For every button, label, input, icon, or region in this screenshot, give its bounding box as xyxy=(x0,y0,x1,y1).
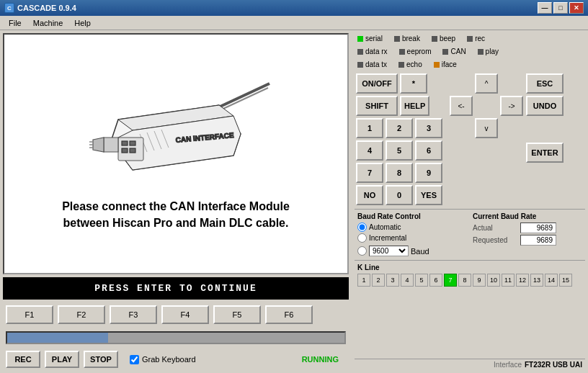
device-image: CAN INTERFACE xyxy=(75,76,277,192)
requested-value: 9689 xyxy=(520,235,556,246)
maximize-button[interactable]: □ xyxy=(553,2,568,14)
led-rec: rec xyxy=(467,35,485,42)
esc-button[interactable]: ESC xyxy=(526,73,564,94)
play-led xyxy=(478,49,484,55)
f6-button[interactable]: F6 xyxy=(265,305,313,324)
data-tx-label: data tx xyxy=(365,60,387,68)
menu-machine[interactable]: Machine xyxy=(27,17,69,29)
key-7[interactable]: 7 xyxy=(356,163,383,183)
shift-button[interactable]: SHIFT xyxy=(356,96,398,116)
interface-label: Interface xyxy=(494,361,522,369)
data-rx-label: data rx xyxy=(365,48,388,55)
nav-down-button[interactable]: v xyxy=(475,118,498,138)
serial-label: serial xyxy=(365,35,383,42)
key-3[interactable]: 3 xyxy=(415,118,442,138)
title-bar: C CASCADE 0.9.4 — □ ✕ xyxy=(0,0,588,16)
menu-help[interactable]: Help xyxy=(68,17,97,29)
nav-back-button[interactable]: <- xyxy=(450,96,473,116)
kline-num-13[interactable]: 13 xyxy=(530,274,543,287)
svg-rect-9 xyxy=(122,148,128,153)
keypad-left: ON/OFF * SHIFT HELP 1 2 3 4 5 xyxy=(356,73,442,205)
display-message: Please connect the CAN Interface Module … xyxy=(62,199,290,231)
baud-control-title: Baud Rate Control xyxy=(357,212,467,220)
kline-num-10[interactable]: 10 xyxy=(487,274,500,287)
grab-keyboard-checkbox[interactable] xyxy=(130,355,139,364)
key-1[interactable]: 1 xyxy=(356,118,383,138)
kline-num-7[interactable]: 7 xyxy=(444,274,457,287)
keypad: ON/OFF * SHIFT HELP 1 2 3 4 5 xyxy=(355,72,585,207)
actual-label: Actual xyxy=(473,224,516,232)
f1-button[interactable]: F1 xyxy=(6,305,53,324)
baud-auto-radio[interactable] xyxy=(357,223,367,232)
onoff-button[interactable]: ON/OFF xyxy=(356,73,398,94)
serial-led xyxy=(357,36,363,42)
kline-num-5[interactable]: 5 xyxy=(415,274,428,287)
kline-num-15[interactable]: 15 xyxy=(559,274,572,287)
led-echo: echo xyxy=(398,60,422,68)
keypad-row-2: SHIFT HELP xyxy=(356,96,442,116)
svg-rect-8 xyxy=(130,141,135,145)
f3-button[interactable]: F3 xyxy=(110,305,157,324)
stop-button[interactable]: STOP xyxy=(84,351,118,368)
minimize-button[interactable]: — xyxy=(538,2,552,14)
f4-button[interactable]: F4 xyxy=(161,305,209,324)
interface-value: FT232R USB UAI xyxy=(525,361,582,369)
nav-fwd-button[interactable]: -> xyxy=(500,96,523,116)
f5-button[interactable]: F5 xyxy=(213,305,261,324)
key-2[interactable]: 2 xyxy=(386,118,413,138)
rec-label: rec xyxy=(475,35,485,42)
rec-button[interactable]: REC xyxy=(6,351,40,368)
progress-area xyxy=(3,330,349,346)
left-panel: CAN INTERFACE Please connect the CAN Int… xyxy=(0,30,352,373)
kline-num-12[interactable]: 12 xyxy=(516,274,529,287)
baud-table: Actual 9689 Requested 9689 xyxy=(473,223,582,246)
key-4[interactable]: 4 xyxy=(356,140,383,161)
baud-incr-label[interactable]: Incremental xyxy=(369,234,406,242)
baud-incr-radio[interactable] xyxy=(357,233,367,243)
kline-num-3[interactable]: 3 xyxy=(386,274,399,287)
undo-button[interactable]: UNDO xyxy=(526,96,564,116)
star-button[interactable]: * xyxy=(400,73,427,94)
keypad-row-4: 4 5 6 xyxy=(356,140,442,161)
kline-num-6[interactable]: 6 xyxy=(429,274,442,287)
baud-dropdown-area: 9600 19200 38400 Baud xyxy=(357,246,467,256)
key-6[interactable]: 6 xyxy=(415,140,442,161)
can-label: CAN xyxy=(450,48,466,55)
baud-select-radio[interactable] xyxy=(357,246,367,256)
key-8[interactable]: 8 xyxy=(386,163,413,183)
svg-rect-10 xyxy=(130,148,135,153)
no-button[interactable]: NO xyxy=(356,185,383,205)
menu-file[interactable]: File xyxy=(3,17,27,29)
yes-button[interactable]: YES xyxy=(415,185,442,205)
led-play: play xyxy=(478,48,499,55)
grab-keyboard-label[interactable]: Grab Keyboard xyxy=(142,355,196,364)
kline-num-8[interactable]: 8 xyxy=(458,274,471,287)
close-button[interactable]: ✕ xyxy=(569,2,584,14)
kline-num-9[interactable]: 9 xyxy=(473,274,486,287)
kline-num-14[interactable]: 14 xyxy=(545,274,558,287)
kline-num-4[interactable]: 4 xyxy=(401,274,414,287)
led-data-tx: data tx xyxy=(357,60,387,68)
kline-num-11[interactable]: 11 xyxy=(502,274,514,287)
key-0[interactable]: 0 xyxy=(386,185,413,205)
help-button[interactable]: HELP xyxy=(400,96,429,116)
led-eeprom: eeprom xyxy=(399,48,432,55)
baud-current: Current Baud Rate Actual 9689 Requested … xyxy=(473,212,582,256)
kline-num-2[interactable]: 2 xyxy=(372,274,385,287)
baud-select-dropdown[interactable]: 9600 19200 38400 xyxy=(369,246,409,256)
rec-led xyxy=(467,36,473,42)
play-button[interactable]: PLAY xyxy=(45,351,79,368)
break-label: break xyxy=(402,35,420,42)
kline-num-1[interactable]: 1 xyxy=(357,274,370,287)
baud-current-title: Current Baud Rate xyxy=(473,212,582,220)
grab-keyboard-area: Grab Keyboard xyxy=(130,355,196,364)
key-5[interactable]: 5 xyxy=(386,140,413,161)
baud-auto-label[interactable]: Automatic xyxy=(369,223,401,231)
main-content: CAN INTERFACE Please connect the CAN Int… xyxy=(0,30,588,373)
led-data-rx: data rx xyxy=(357,48,388,55)
f2-button[interactable]: F2 xyxy=(58,305,105,324)
led-beep: beep xyxy=(432,35,455,42)
key-9[interactable]: 9 xyxy=(415,163,442,183)
nav-up-button[interactable]: ^ xyxy=(475,73,498,94)
enter-button[interactable]: ENTER xyxy=(526,143,564,163)
